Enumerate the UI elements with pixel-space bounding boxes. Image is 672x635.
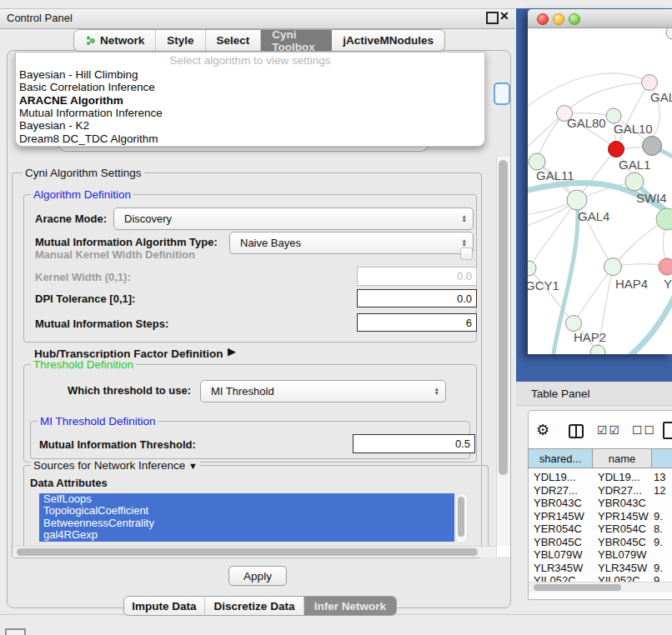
node-hap4[interactable] [604,258,622,276]
spinner-arrows-icon: ▲▼ [434,388,439,395]
table-row[interactable]: YPR145WYPR145W9. [528,510,672,523]
table-row[interactable]: YIL052CYIL052C9 [528,574,672,582]
tab-discretize-data-label: Discretize Data [214,600,295,612]
tab-style-label: Style [167,34,193,47]
table-row[interactable]: YDR27...YDR27...12 [528,484,672,498]
tab-impute-data[interactable]: Impute Data [124,597,205,615]
collapse-down-icon[interactable]: ▼ [188,461,198,471]
float-window-icon[interactable] [486,12,499,24]
network-canvas[interactable]: GAL GAL80 GAL10 GAL1 GAL11 SWI4 GAL4 GCY… [528,28,672,354]
mi-threshold-field[interactable]: 0.5 [353,434,475,453]
mi-type-select[interactable]: Naive Bayes ▲▼ [229,232,474,254]
which-threshold-select[interactable]: MI Threshold ▲▼ [200,380,446,402]
node-swi4[interactable] [656,208,672,230]
bottom-tabs: Impute Data Discretize Data Infer Networ… [123,596,397,616]
sources-group-title: Sources for Network Inference ▼ [31,459,200,472]
attribute-item[interactable]: BetweennessCentrality [39,518,454,529]
node-gal4[interactable] [567,190,587,210]
tab-jactivemnodules-label: jActiveMNodules [343,34,434,47]
node-gray[interactable] [643,137,662,156]
attributes-list-scrollbar[interactable] [455,493,468,543]
node-gal1[interactable] [625,172,644,191]
node-label: Y [664,277,672,291]
node-salmon[interactable] [659,258,672,275]
manual-kernel-checkbox[interactable] [460,248,473,260]
table-hscrollbar[interactable] [529,582,672,592]
tab-network[interactable]: Network [74,30,156,51]
attribute-item[interactable]: SelfLoops [39,493,454,505]
attribute-item[interactable]: TopologicalCoefficient [39,505,454,517]
node-gal11[interactable] [529,153,545,170]
close-traffic-light[interactable] [537,13,549,25]
tab-select-label: Select [217,34,250,47]
aracne-mode-select[interactable]: Discovery ▲▼ [113,208,474,230]
algorithm-option[interactable]: Bayesian - K2 [19,119,478,132]
node-gcy1[interactable] [528,261,536,276]
apply-button-label: Apply [243,570,272,582]
mi-steps-field[interactable]: 6 [357,313,477,332]
new-table-icon[interactable] [663,422,672,439]
tab-discretize-data[interactable]: Discretize Data [205,597,304,615]
focused-combo-edge[interactable] [494,82,510,105]
node-hap2[interactable] [566,316,582,332]
control-panel-title: Control Panel [7,12,73,24]
settings-vscrollbar-thumb[interactable] [499,160,508,475]
network-graph: GAL GAL80 GAL10 GAL1 GAL11 SWI4 GAL4 GCY… [528,28,672,354]
node-partial-top[interactable] [666,28,672,39]
zoom-traffic-light[interactable] [569,13,580,25]
network-window-titlebar[interactable] [528,9,672,28]
algorithm-option[interactable]: Mutual Information Inference [19,107,478,119]
algorithm-option[interactable]: Bayesian - Hill Climbing [19,68,478,81]
settings-hscrollbar-thumb[interactable] [17,548,478,556]
tab-infer-network[interactable]: Infer Network [304,597,396,615]
cyni-settings-title: Cyni Algorithm Settings [23,167,144,179]
network-tab-icon [85,35,96,46]
algorithm-option[interactable]: Dream8 DC_TDC Algorithm [19,132,478,145]
table-hscrollbar-thumb[interactable] [534,584,621,591]
expand-right-icon[interactable]: ▶ [228,345,236,358]
settings-hscrollbar[interactable] [13,546,496,558]
select-all-checkboxes-icon[interactable]: ☑☑ [597,423,621,437]
node-selected-red[interactable] [609,142,624,158]
attribute-item[interactable]: gal4RGexp [39,529,454,541]
table-row[interactable]: YLR345WYLR345W9. [528,562,672,575]
column-header-shared[interactable]: shared... [528,448,593,468]
node-gal-partial[interactable] [642,75,658,91]
dpi-tolerance-field[interactable]: 0.0 [357,289,477,308]
tab-select[interactable]: Select [206,30,262,51]
spinner-arrows-icon: ▲▼ [462,239,467,247]
attributes-scrollbar-thumb[interactable] [458,497,464,537]
node-partial-bottom[interactable] [590,345,605,354]
network-window: GAL GAL80 GAL10 GAL1 GAL11 SWI4 GAL4 GCY… [528,9,672,354]
gear-icon[interactable]: ⚙ [536,421,549,439]
table-row[interactable]: YBR045CYBR045C9. [528,536,672,549]
column-header-partial[interactable]: A [652,448,672,468]
algorithm-option-selected[interactable]: ARACNE Algorithm [19,94,478,107]
collapsed-panel-icon[interactable] [5,628,26,635]
tab-jactivemnodules[interactable]: jActiveMNodules [332,30,444,51]
minimize-traffic-light[interactable] [553,13,564,25]
dpi-tolerance-label: DPI Tolerance [0,1]: [35,292,135,305]
algorithm-option[interactable]: Basic Correlation Inference [19,81,478,93]
settings-vscrollbar[interactable] [496,157,510,557]
data-attributes-label: Data Attributes [30,477,108,489]
apply-button[interactable]: Apply [228,566,287,586]
scrollbar-corner [496,546,510,557]
tab-cyni-toolbox[interactable]: Cyni Toolbox [261,30,332,51]
split-columns-icon[interactable] [569,424,584,438]
aracne-mode-value: Discovery [114,212,462,225]
tab-style[interactable]: Style [156,30,205,51]
table-row[interactable]: YER054CYER054C8. [528,522,672,536]
table-row[interactable]: YBR043CYBR043C [528,497,672,510]
node-label: GAL80 [567,116,606,130]
control-panel-tabs: Network Style Select Cyni Toolbox jActiv… [73,29,445,52]
table-row[interactable]: YDL19...YDL19...13 [528,471,672,484]
column-header-name[interactable]: name [593,448,652,468]
aracne-mode-label: Aracne Mode: [35,212,107,225]
spinner-arrows-icon: ▲▼ [462,215,467,222]
deselect-all-checkboxes-icon[interactable]: ☐☐ [632,423,656,437]
algorithm-definition-title: Algorithm Definition [31,188,133,201]
table-row[interactable]: YBL079WYBL079W [528,548,672,562]
table-panel-title: Table Panel [531,388,590,400]
close-icon[interactable]: ✕ [499,9,509,22]
